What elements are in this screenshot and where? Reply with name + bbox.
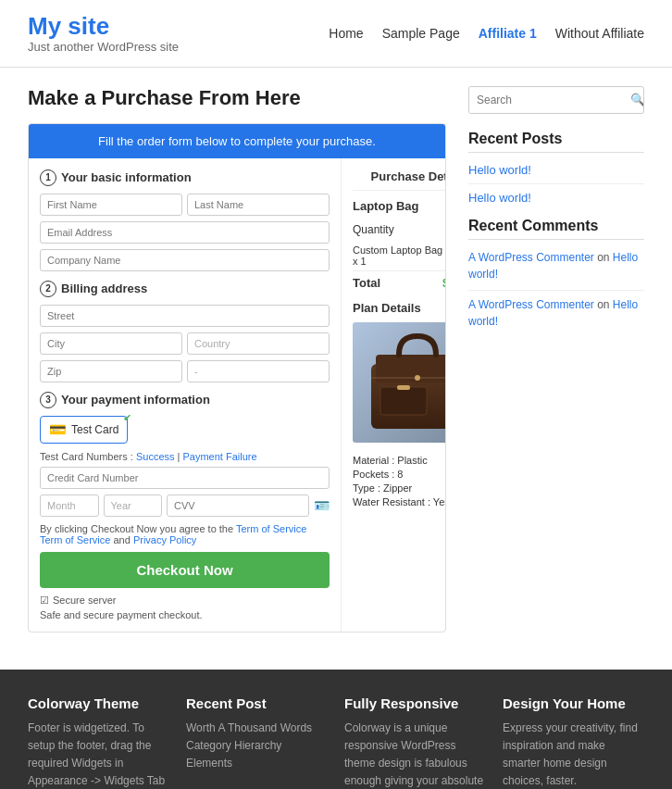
recent-posts-title: Recent Posts [468,131,644,153]
feature-pockets: Pockets : 8 [353,469,446,480]
comment-1: A WordPress Commenter on Hello world! [468,249,644,282]
country-select[interactable]: Country [187,332,330,355]
main-container: Make a Purchase From Here Fill the order… [0,68,672,651]
street-input[interactable] [40,305,330,327]
form-header: Fill the order form below to complete yo… [29,124,445,158]
commenter-2[interactable]: A WordPress Commenter [468,298,594,311]
footer-col1: Colorway Theme Footer is widgetized. To … [28,695,169,789]
order-form-container: Fill the order form below to complete yo… [28,123,446,632]
footer-widgets: Colorway Theme Footer is widgetized. To … [0,670,672,789]
checkmark-icon: ✔ [123,412,131,424]
recent-comments-title: Recent Comments [468,218,644,240]
step1-label: Your basic information [61,170,192,184]
svg-rect-3 [380,387,427,415]
product-image [353,322,446,445]
bag-svg [353,322,446,443]
step1-heading: 1 Your basic information [40,169,330,186]
email-input[interactable] [40,221,330,244]
nav-affiliate1[interactable]: Affiliate 1 [479,26,537,41]
zip-input[interactable] [40,360,182,382]
secure-label: Secure server [53,595,116,606]
last-name-input[interactable] [187,194,330,216]
post-link-1[interactable]: Hello world! [468,163,531,177]
cvv-input[interactable] [167,495,309,517]
zip-row: - [40,360,330,382]
purchase-details: Purchase Details Laptop Bag Quantity Cus… [342,158,446,632]
step2-label: Billing address [61,282,147,295]
commenter-1[interactable]: A WordPress Commenter [468,251,594,264]
main-nav: Home Sample Page Affiliate 1 Without Aff… [329,26,644,41]
checkout-button[interactable]: Checkout Now [40,552,330,588]
search-widget: 🔍 [468,86,644,114]
post-link-2[interactable]: Hello world! [468,191,531,205]
test-card-info: Test Card Numbers : Success | Payment Fa… [40,451,330,462]
terms-of-service-link[interactable]: Term of Service [40,534,110,545]
feature-material: Material : Plastic [353,455,446,466]
post-divider [468,183,644,184]
step3-heading: 3 Your payment information [40,392,330,408]
purchase-title: Purchase Details [353,169,446,191]
step3-label: Your payment information [61,393,210,407]
payment-card-button[interactable]: 💳 Test Card ✔ [40,416,128,444]
sidebar-post-1: Hello world! [468,162,644,177]
nav-home[interactable]: Home [329,26,363,41]
content-area: Make a Purchase From Here Fill the order… [28,86,446,632]
payment-card-label: Test Card [71,423,118,436]
comment-on-1: on [597,251,613,264]
failure-link[interactable]: Payment Failure [183,451,257,462]
company-input[interactable] [40,249,330,271]
total-price: $100.00 [442,276,446,290]
feature-water: Water Resistant : Yes [353,496,446,507]
step2-circle: 2 [40,281,56,297]
footer-col1-text: Footer is widgetized. To setup the foote… [28,720,169,789]
sidebar-post-2: Hello world! [468,190,644,205]
plan-features-list: Material : Plastic Pockets : 8 Type : Zi… [353,455,446,507]
footer-col2-text: Worth A Thousand Words Category Hierarch… [186,720,328,773]
city-country-row: Country [40,332,330,355]
success-link[interactable]: Success [136,451,175,462]
nav-sample-page[interactable]: Sample Page [382,26,460,41]
privacy-link[interactable]: Privacy Policy [133,534,196,545]
footer-col1-title: Colorway Theme [28,695,169,711]
checkbox-icon: ☑ [40,595,49,607]
line-item-row: Custom Laptop Bag x 1 $100.00 [353,244,446,267]
total-label: Total [353,276,380,290]
footer-col4-text: Express your creativity, find inspiratio… [503,720,644,789]
terms-text: By clicking Checkout Now you agree to th… [40,523,233,534]
sidebar: 🔍 Recent Posts Hello world! Hello world!… [468,86,644,632]
svg-point-5 [415,375,420,381]
year-select[interactable]: Year [104,495,163,517]
plan-title: Plan Details [353,301,446,315]
line-item-label: Custom Laptop Bag x 1 [353,244,446,267]
card-icon: 💳 [49,421,67,438]
svg-rect-6 [397,385,410,390]
credit-card-input[interactable] [40,467,330,489]
name-row [40,194,330,216]
search-button[interactable]: 🔍 [623,87,644,113]
footer-col3-title: Fully Responsive [344,695,486,711]
footer-col2: Recent Post Worth A Thousand Words Categ… [186,695,328,789]
step2-heading: 2 Billing address [40,281,330,297]
quantity-label: Quantity [353,223,394,236]
page-title: Make a Purchase From Here [28,86,446,110]
footer-col3-text: Colorway is a unique responsive WordPres… [344,720,486,789]
search-input[interactable] [469,87,623,113]
recent-posts-section: Recent Posts Hello world! Hello world! [468,131,644,205]
city-input[interactable] [40,332,182,355]
site-title: My site [28,13,179,40]
comment-on-2: on [597,298,613,311]
first-name-input[interactable] [40,194,182,216]
total-row: Total $100.00 [353,270,446,290]
footer-col4: Design Your Home Express your creativity… [503,695,644,789]
footer-col2-title: Recent Post [186,695,328,711]
secure-note: Safe and secure payment checkout. [40,609,330,620]
site-tagline: Just another WordPress site [28,40,179,54]
month-select[interactable]: Month [40,495,99,517]
quantity-row: Quantity [353,220,446,239]
step3-circle: 3 [40,392,56,408]
terms-link[interactable]: Term of Service [236,523,306,534]
nav-without-affiliate[interactable]: Without Affiliate [555,26,644,41]
form-body: 1 Your basic information 2 Billing addre… [29,158,445,632]
zip-extra-select[interactable]: - [187,360,330,382]
secure-server-row: ☑ Secure server [40,595,330,607]
